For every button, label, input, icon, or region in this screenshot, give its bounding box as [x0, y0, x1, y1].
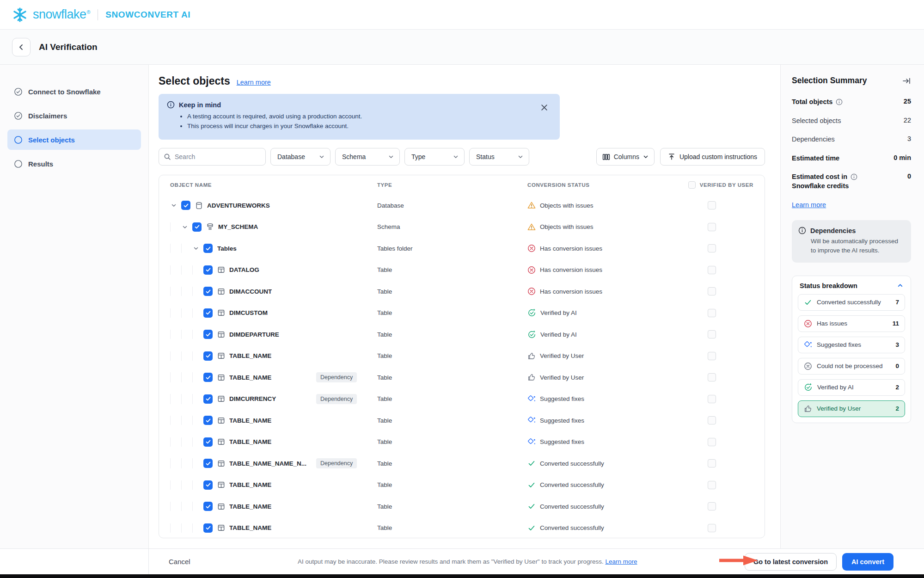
verified-by-user-checkbox[interactable]	[708, 481, 716, 489]
tree-indent-guide	[192, 523, 203, 533]
status-filter-has-issues[interactable]: Has issues11	[798, 315, 905, 332]
row-checkbox[interactable]	[203, 308, 213, 318]
verified-by-user-checkbox[interactable]	[708, 287, 716, 295]
collapse-panel-button[interactable]	[902, 76, 911, 86]
status-filter-dropdown[interactable]: Status	[469, 148, 529, 166]
row-checkbox[interactable]	[203, 351, 213, 361]
expand-chevron-icon[interactable]	[181, 224, 189, 230]
sidebar-item-connect-to-snowflake[interactable]: Connect to Snowflake	[7, 81, 141, 102]
back-button[interactable]	[12, 38, 31, 56]
sidebar-item-results[interactable]: Results	[7, 154, 141, 174]
object-name-cell: TABLE_NAME	[170, 480, 377, 490]
select-all-verified-checkbox[interactable]	[688, 181, 696, 189]
status-filter-could-not-be-processed[interactable]: Could not be processed0	[798, 358, 905, 375]
verified-by-user-checkbox[interactable]	[708, 395, 716, 403]
type-filter-dropdown[interactable]: Type	[404, 148, 465, 166]
thumbs-up-icon	[527, 373, 536, 381]
sidebar-item-select-objects[interactable]: Select objects	[7, 129, 141, 150]
verified-by-user-checkbox[interactable]	[708, 524, 716, 532]
schema-filter-dropdown[interactable]: Schema	[335, 148, 400, 166]
row-checkbox[interactable]	[203, 416, 213, 425]
row-checkbox[interactable]	[192, 222, 202, 232]
conversion-status: Suggested fixes	[527, 438, 670, 446]
check-icon	[527, 481, 536, 489]
page-header: AI Verification	[0, 30, 924, 65]
table-icon	[217, 395, 225, 403]
table-icon	[217, 503, 225, 510]
verified-by-user-checkbox[interactable]	[708, 309, 716, 317]
status-breakdown-header[interactable]: Status breakdown	[798, 282, 905, 289]
row-checkbox[interactable]	[203, 373, 213, 382]
verified-by-user-checkbox[interactable]	[708, 201, 716, 209]
summary-learn-more-link[interactable]: Learn more	[792, 201, 826, 209]
charges-link[interactable]: charges	[250, 123, 272, 129]
status-filter-count: 3	[895, 341, 899, 348]
col-header-conversion-status: CONVERSION STATUS	[527, 182, 670, 188]
row-checkbox[interactable]	[203, 330, 213, 339]
row-checkbox[interactable]	[203, 437, 213, 447]
upload-label: Upload custom instructions	[679, 153, 757, 160]
conversion-status: Objects with issues	[527, 201, 670, 209]
row-checkbox[interactable]	[203, 394, 213, 404]
search-input[interactable]	[175, 153, 261, 160]
object-type: Table	[377, 481, 527, 488]
row-checkbox[interactable]	[203, 244, 213, 253]
verified-by-user-checkbox[interactable]	[708, 438, 716, 446]
thumbs-up-icon	[527, 352, 536, 360]
suggested-fixes-icon	[804, 341, 812, 349]
expand-chevron-icon[interactable]	[192, 246, 200, 251]
tree-indent-guide	[192, 372, 203, 382]
info-icon[interactable]	[851, 173, 857, 180]
sidebar-item-disclaimers[interactable]: Disclaimers	[7, 105, 141, 126]
status-label: Objects with issues	[540, 202, 594, 209]
banner-close-button[interactable]	[541, 104, 548, 111]
object-name-cell: TABLE_NAME	[170, 523, 377, 533]
table-icon	[217, 352, 225, 360]
info-icon[interactable]	[836, 98, 843, 105]
status-filter-suggested-fixes[interactable]: Suggested fixes3	[798, 337, 905, 353]
row-checkbox[interactable]	[203, 287, 213, 296]
row-checkbox[interactable]	[203, 502, 213, 511]
upload-custom-instructions-button[interactable]: Upload custom instructions	[660, 148, 765, 166]
collapse-right-icon	[902, 76, 911, 86]
row-checkbox[interactable]	[181, 201, 190, 210]
row-checkbox[interactable]	[203, 459, 213, 468]
cancel-button[interactable]: Cancel	[169, 558, 190, 566]
tree-indent-guide	[181, 265, 192, 275]
step-done-icon	[14, 111, 23, 120]
status-filter-label: Could not be processed	[817, 363, 883, 369]
database-filter-dropdown[interactable]: Database	[270, 148, 330, 166]
verified-by-user-checkbox[interactable]	[708, 352, 716, 360]
verified-by-user-checkbox[interactable]	[708, 459, 716, 467]
expand-chevron-icon[interactable]	[170, 203, 177, 208]
verified-cell	[670, 223, 753, 231]
chevron-down-small-icon	[319, 154, 324, 160]
status-filter-verified-by-user[interactable]: Verified by User2	[798, 400, 905, 417]
learn-more-link[interactable]: Learn more	[237, 79, 271, 86]
status-filter-converted-successfully[interactable]: Converted successfully7	[798, 294, 905, 311]
verified-by-user-checkbox[interactable]	[708, 223, 716, 231]
search-box[interactable]	[159, 148, 266, 166]
verified-by-user-checkbox[interactable]	[708, 416, 716, 424]
go-to-latest-conversion-button[interactable]: Go to latest conversion	[745, 553, 837, 571]
main-panel: Select objects Learn more Keep in mind A…	[149, 65, 780, 548]
verified-by-user-checkbox[interactable]	[708, 330, 716, 338]
stat-label-text: Estimated cost in	[792, 173, 847, 180]
verified-by-user-checkbox[interactable]	[708, 266, 716, 274]
suggested-fixes-icon	[527, 395, 536, 403]
status-breakdown-title: Status breakdown	[800, 282, 857, 289]
row-checkbox[interactable]	[203, 265, 213, 275]
ai-convert-button[interactable]: AI convert	[842, 553, 893, 571]
verified-by-user-checkbox[interactable]	[708, 244, 716, 252]
verified-by-user-checkbox[interactable]	[708, 502, 716, 510]
stat-value: 0 min	[893, 154, 911, 163]
object-type: Schema	[377, 223, 527, 230]
conversion-status: Has conversion issues	[527, 244, 670, 252]
verified-by-user-checkbox[interactable]	[708, 373, 716, 381]
disclaimer-learn-more-link[interactable]: Learn more	[605, 558, 637, 565]
row-checkbox[interactable]	[203, 480, 213, 490]
columns-button[interactable]: Columns	[596, 148, 655, 166]
status-label: Verified by AI	[540, 331, 577, 338]
row-checkbox[interactable]	[203, 523, 213, 533]
status-filter-verified-by-ai[interactable]: Verified by AI2	[798, 379, 905, 396]
